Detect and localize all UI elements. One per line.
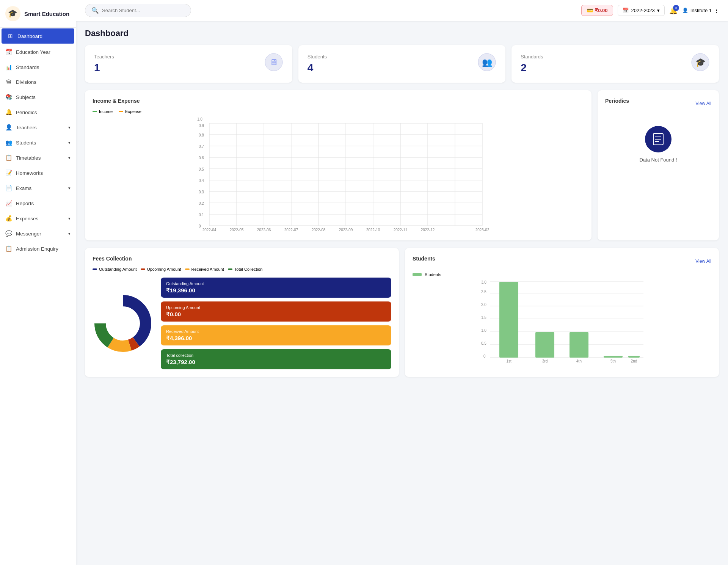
sidebar-icon-messenger: 💬 (5, 230, 12, 237)
sidebar: 🎓 Smart Education ⊞ Dashboard 📅 Educatio… (0, 0, 76, 565)
logo-icon: 🎓 (5, 6, 20, 21)
sidebar-icon-homeworks: 📝 (5, 170, 12, 176)
income-legend-dot (93, 111, 97, 112)
students-legend: Students (413, 272, 711, 277)
sidebar-item-exams[interactable]: 📄 Exams ▾ (0, 180, 76, 196)
sidebar-icon-admission-enquiry: 📋 (5, 245, 12, 252)
svg-text:0.6: 0.6 (199, 156, 204, 160)
sidebar-item-education-year[interactable]: 📅 Education Year (0, 44, 76, 60)
fees-donut-chart (93, 293, 153, 354)
user-menu[interactable]: 👤 Institute 1 ⋮ (682, 8, 719, 13)
content: Dashboard Teachers 1 🖥 Students 4 (76, 21, 728, 565)
standards-stat-card: Standards 2 🎓 (511, 45, 719, 83)
periodics-empty-text: Data Not Found ! (640, 157, 677, 163)
stats-row: Teachers 1 🖥 Students 4 (85, 45, 719, 83)
sidebar-item-timetables[interactable]: 📋 Timetables ▾ (0, 150, 76, 165)
sidebar-item-teachers[interactable]: 👤 Teachers ▾ (0, 120, 76, 135)
notification-badge: 0 (673, 5, 679, 11)
fees-card-value: ₹0.00 (166, 311, 386, 318)
sidebar-item-messenger[interactable]: 💬 Messenger ▾ (0, 226, 76, 241)
students-label: Students (308, 54, 327, 60)
fees-card-label: Received Amount (166, 329, 386, 334)
standards-value: 2 (521, 62, 543, 74)
students-value: 4 (308, 62, 327, 74)
sidebar-label-subjects: Subjects (16, 94, 36, 100)
svg-text:2022-11: 2022-11 (394, 228, 408, 231)
sidebar-icon-standards: 📊 (5, 64, 12, 71)
sidebar-item-divisions[interactable]: 🏛 Divisions (0, 75, 76, 89)
sidebar-item-standards[interactable]: 📊 Standards (0, 60, 76, 75)
balance-button[interactable]: 💳 ₹0.00 (581, 5, 613, 16)
fees-legend-item: Received Amount (185, 267, 224, 272)
students-view-all[interactable]: View All (695, 259, 711, 264)
bar-4th (570, 332, 588, 358)
sidebar-item-periodics[interactable]: 🔔 Periodics (0, 105, 76, 120)
bottom-row: Fees Collection Outstanding Amount Upcom… (85, 248, 719, 377)
sidebar-icon-timetables: 📋 (5, 154, 12, 161)
fees-card-value: ₹4,396.00 (166, 335, 386, 342)
chevron-icon: ▾ (68, 125, 71, 130)
search-bar[interactable]: 🔍 (85, 4, 191, 17)
svg-text:0.2: 0.2 (199, 201, 204, 206)
chart-legend: Income Expense (93, 109, 584, 114)
fees-card-label: Total collection (166, 353, 386, 358)
search-icon: 🔍 (91, 7, 99, 14)
sidebar-item-subjects[interactable]: 📚 Subjects (0, 89, 76, 105)
periodics-card: Periodics View All Data Not Found ! (598, 90, 719, 240)
students-legend-label: Students (425, 272, 441, 277)
sidebar-item-homeworks[interactable]: 📝 Homeworks (0, 165, 76, 180)
svg-text:2022-12: 2022-12 (421, 228, 435, 231)
teachers-icon: 🖥 (264, 53, 283, 75)
fees-inner: Outstanding Amount ₹19,396.00 Upcoming A… (93, 278, 391, 369)
svg-text:1st: 1st (506, 359, 511, 363)
sidebar-item-reports[interactable]: 📈 Reports (0, 196, 76, 211)
income-legend-label: Income (99, 109, 113, 114)
sidebar-label-admission-enquiry: Admission Enquiry (16, 246, 58, 252)
chevron-icon: ▾ (68, 155, 71, 160)
svg-text:0.8: 0.8 (199, 133, 204, 137)
chevron-down-icon: ▾ (657, 8, 660, 13)
svg-text:1.5: 1.5 (481, 315, 486, 320)
income-expense-title: Income & Expense (93, 98, 584, 104)
main-area: 🔍 💳 ₹0.00 📅 2022-2023 ▾ 🔔 0 👤 Institute … (76, 0, 728, 565)
standards-icon: 🎓 (691, 53, 710, 75)
periodics-view-all[interactable]: View All (695, 101, 711, 106)
notification-button[interactable]: 🔔 0 (669, 6, 678, 15)
fees-amount-card: Outstanding Amount ₹19,396.00 (161, 278, 391, 298)
students-stat-card: Students 4 👥 (298, 45, 506, 83)
periodics-empty-icon (645, 126, 672, 152)
fees-amount-card: Upcoming Amount ₹0.00 (161, 301, 391, 322)
expense-legend: Expense (119, 109, 141, 114)
svg-text:2.5: 2.5 (481, 290, 486, 294)
sidebar-icon-teachers: 👤 (5, 124, 12, 131)
fees-title: Fees Collection (93, 256, 391, 262)
teachers-value: 1 (94, 62, 114, 74)
sidebar-label-expenses: Expenses (16, 216, 38, 221)
svg-point-58 (107, 308, 139, 339)
fees-collection-card: Fees Collection Outstanding Amount Upcom… (85, 248, 399, 377)
year-selector[interactable]: 📅 2022-2023 ▾ (618, 5, 664, 16)
app-logo[interactable]: 🎓 Smart Education (0, 0, 76, 28)
fees-legend-dot (141, 268, 145, 270)
income-expense-chart: 0 0.1 0.2 0.3 0.4 0.5 0.6 0.7 0.8 0.9 1.… (93, 118, 584, 231)
periodics-empty-state: Data Not Found ! (605, 115, 711, 174)
sidebar-item-dashboard[interactable]: ⊞ Dashboard (2, 28, 74, 44)
sidebar-item-admission-enquiry[interactable]: 📋 Admission Enquiry (0, 241, 76, 256)
sidebar-label-teachers: Teachers (16, 125, 37, 130)
svg-text:2.0: 2.0 (481, 303, 486, 307)
fees-amount-card: Received Amount ₹4,396.00 (161, 325, 391, 345)
sidebar-item-students[interactable]: 👥 Students ▾ (0, 135, 76, 150)
students-legend-dot (413, 273, 422, 276)
search-input[interactable] (102, 8, 185, 13)
sidebar-label-standards: Standards (16, 64, 39, 70)
sidebar-label-education-year: Education Year (16, 49, 50, 55)
chevron-icon: ▾ (68, 186, 71, 191)
svg-text:2022-07: 2022-07 (284, 228, 298, 231)
svg-text:5th: 5th (610, 359, 616, 363)
user-icon: 👤 (682, 8, 688, 13)
year-value: 2022-2023 (631, 8, 654, 13)
sidebar-label-reports: Reports (16, 201, 34, 206)
sidebar-item-expenses[interactable]: 💰 Expenses ▾ (0, 211, 76, 226)
sidebar-icon-periodics: 🔔 (5, 109, 12, 116)
svg-text:2022-08: 2022-08 (312, 228, 326, 231)
